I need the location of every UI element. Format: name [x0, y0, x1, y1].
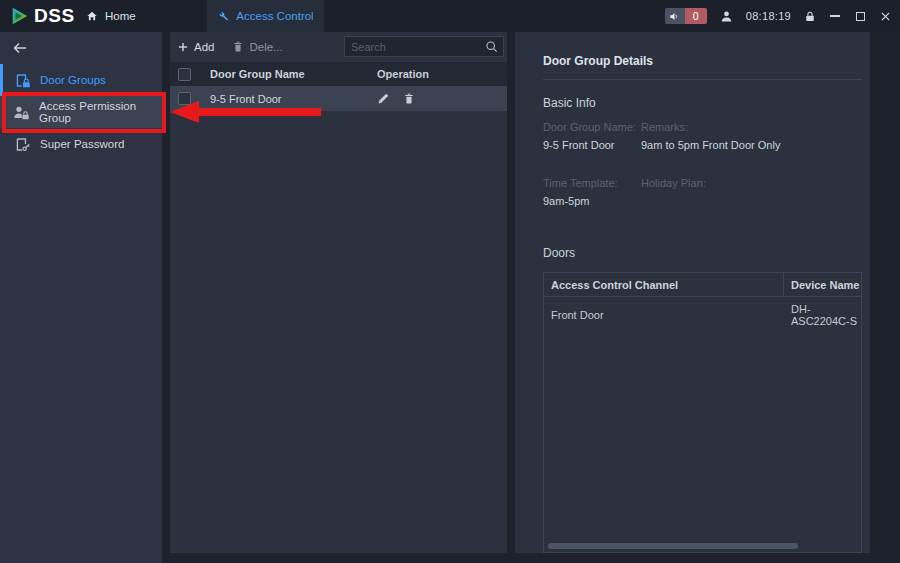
holiday-plan-label: Holiday Plan: — [641, 177, 862, 189]
edit-icon[interactable] — [377, 92, 390, 105]
annotation-arrow-head — [170, 101, 199, 123]
doors-heading: Doors — [543, 246, 862, 260]
tab-home[interactable]: Home — [86, 0, 136, 32]
add-button[interactable]: Add — [177, 41, 214, 53]
clock: 08:18:19 — [746, 10, 791, 22]
tab-access-control-label: Access Control — [236, 10, 313, 22]
door-channel-value: Front Door — [544, 309, 784, 321]
plus-icon — [177, 41, 189, 53]
maximize-icon — [856, 12, 865, 21]
search-box — [344, 36, 504, 57]
search-input[interactable] — [345, 41, 485, 53]
user-icon[interactable] — [720, 10, 733, 23]
super-password-icon — [13, 136, 31, 153]
delete-button[interactable]: Dele... — [232, 40, 282, 53]
close-icon — [880, 11, 891, 22]
alarm-center-button[interactable]: 0 — [665, 8, 707, 24]
minimize-icon — [830, 15, 840, 17]
topbar: DSS Home Access Control 0 08:18:19 — [0, 0, 900, 32]
delete-button-label: Dele... — [249, 41, 282, 53]
column-header-door-group-name: Door Group Name — [210, 68, 377, 80]
annotation-arrow — [170, 101, 322, 123]
door-group-details-panel: Door Group Details Basic Info Door Group… — [515, 32, 870, 553]
home-icon — [86, 10, 98, 22]
door-groups-icon — [13, 72, 31, 89]
tab-home-label: Home — [105, 10, 136, 22]
time-template-label: Time Template: — [543, 177, 641, 189]
doors-table: Access Control Channel Device Name Front… — [543, 272, 862, 553]
remarks-value: 9am to 5pm Front Door Only — [641, 139, 862, 151]
speaker-icon — [665, 8, 685, 24]
annotation-arrow-shaft — [198, 108, 321, 116]
dss-logo: DSS — [9, 0, 75, 32]
maximize-button[interactable] — [854, 9, 866, 23]
search-icon[interactable] — [485, 40, 498, 53]
tab-access-control[interactable]: Access Control — [207, 0, 324, 32]
device-name-value: DH-ASC2204C-S — [784, 303, 861, 327]
close-button[interactable] — [879, 9, 891, 23]
horizontal-scrollbar[interactable] — [548, 543, 798, 549]
back-button[interactable] — [0, 32, 162, 64]
back-arrow-icon — [12, 41, 28, 55]
sidebar-item-label: Super Password — [40, 138, 124, 150]
remarks-label: Remarks: — [641, 121, 862, 133]
trash-icon — [232, 40, 244, 53]
holiday-plan-value — [641, 195, 862, 207]
lock-screen-icon[interactable] — [804, 10, 816, 23]
dss-logo-text: DSS — [34, 5, 75, 27]
details-title: Door Group Details — [543, 54, 862, 80]
list-toolbar: Add Dele... — [170, 32, 507, 61]
time-template-value: 9am-5pm — [543, 195, 641, 207]
delete-row-icon[interactable] — [403, 92, 415, 105]
topbar-right-cluster: 0 08:18:19 — [665, 0, 891, 32]
door-group-name-label: Door Group Name: — [543, 121, 641, 133]
sidebar-item-label: Door Groups — [40, 74, 106, 86]
list-table-header: Door Group Name Operation — [170, 62, 507, 86]
column-header-access-control-channel: Access Control Channel — [544, 273, 784, 296]
door-group-name-value: 9-5 Front Door — [543, 139, 641, 151]
column-header-device-name: Device Name — [784, 273, 861, 296]
add-button-label: Add — [194, 41, 214, 53]
wrench-icon — [217, 10, 229, 22]
alarm-count-badge: 0 — [685, 8, 707, 24]
annotation-highlight-box — [2, 92, 166, 133]
select-all-checkbox[interactable] — [178, 68, 191, 81]
doors-table-header: Access Control Channel Device Name — [544, 273, 861, 297]
basic-info-heading: Basic Info — [543, 96, 862, 110]
dss-logo-mark-icon — [9, 5, 31, 27]
doors-table-row[interactable]: Front Door DH-ASC2204C-S — [544, 302, 861, 328]
minimize-button[interactable] — [829, 9, 841, 23]
column-header-operation: Operation — [377, 68, 429, 80]
